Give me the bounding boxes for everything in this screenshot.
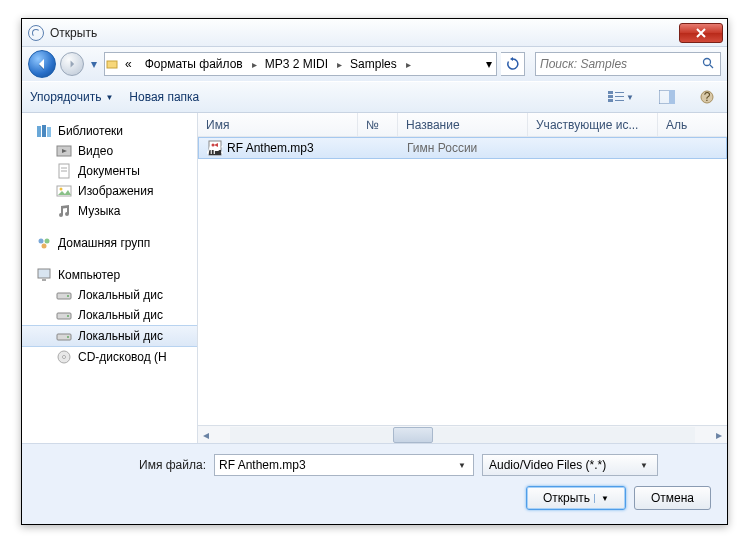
sidebar-localdisk-1[interactable]: Локальный дис [22,285,197,305]
scroll-thumb[interactable] [393,427,433,443]
sidebar-label: Локальный дис [78,308,163,322]
app-icon [28,25,44,41]
chevron-right-icon: ▸ [335,59,344,70]
close-icon [696,28,706,38]
sidebar-localdisk-3[interactable]: Локальный дис [22,325,197,347]
svg-text:?: ? [704,90,711,104]
horizontal-scrollbar[interactable]: ◂ ▸ [198,425,727,443]
sidebar-images[interactable]: Изображения [22,181,197,201]
breadcrumb-root-icon[interactable] [105,53,119,75]
filename-input[interactable] [219,458,455,472]
sidebar-documents[interactable]: Документы [22,161,197,181]
filter-label: Audio/Video Files (*.*) [489,458,637,472]
help-icon: ? [699,89,715,105]
chevron-down-icon: ▼ [626,93,634,102]
breadcrumb-bar[interactable]: « Форматы файлов ▸ MP3 2 MIDI ▸ Samples … [104,52,497,76]
col-album[interactable]: Аль [658,113,727,136]
arrow-left-icon [35,57,49,71]
window-title: Открыть [50,26,679,40]
drive-icon [56,328,72,344]
scroll-left-button[interactable]: ◂ [198,427,214,443]
help-button[interactable]: ? [695,86,719,108]
breadcrumb-dropdown[interactable]: ▾ [482,53,496,75]
computer-icon [36,267,52,283]
chevron-down-icon[interactable]: ▼ [594,494,609,503]
filename-combo[interactable]: ▼ [214,454,474,476]
music-icon [56,203,72,219]
sidebar-label: Видео [78,144,113,158]
bottom-panel: Имя файла: ▼ Audio/Video Files (*.*) ▼ О… [22,443,727,524]
file-name-cell: MP3 RF Anthem.mp3 [199,140,359,156]
sidebar-video[interactable]: Видео [22,141,197,161]
chevron-right-icon: ▸ [404,59,413,70]
refresh-button[interactable] [501,52,525,76]
col-name[interactable]: Имя [198,113,358,136]
folder-icon [105,57,118,71]
breadcrumb-chevrons[interactable]: « [119,53,139,75]
search-input[interactable] [540,57,702,71]
svg-rect-14 [42,125,46,137]
search-icon [702,57,716,72]
svg-rect-3 [608,91,613,94]
col-number[interactable]: № [358,113,398,136]
file-row[interactable]: MP3 RF Anthem.mp3 Гимн России [198,137,727,159]
organize-label: Упорядочить [30,90,101,104]
breadcrumb-seg-formats[interactable]: Форматы файлов [139,53,250,75]
navigation-pane: Библиотеки Видео Документы Изображения М… [22,113,198,443]
nav-history-dropdown[interactable]: ▾ [88,57,100,71]
images-icon [56,183,72,199]
open-label: Открыть [543,491,590,505]
sidebar-label: Локальный дис [78,288,163,302]
svg-point-28 [67,295,69,297]
nav-back-button[interactable] [28,50,56,78]
column-headers: Имя № Название Участвующие ис... Аль [198,113,727,137]
svg-rect-6 [615,92,624,93]
view-mode-button[interactable]: ▼ [603,86,639,108]
cancel-button[interactable]: Отмена [634,486,711,510]
sidebar-homegroup[interactable]: Домашняя групп [22,233,197,253]
svg-point-1 [704,58,711,65]
breadcrumb-seg-mp32midi[interactable]: MP3 2 MIDI [259,53,335,75]
svg-line-2 [710,65,713,68]
nav-forward-button[interactable] [60,52,84,76]
breadcrumb-seg-samples[interactable]: Samples [344,53,404,75]
sidebar-label: Домашняя групп [58,236,150,250]
close-button[interactable] [679,23,723,43]
sidebar-cd-drive[interactable]: CD-дисковод (H [22,347,197,367]
sidebar-libraries[interactable]: Библиотеки [22,121,197,141]
svg-rect-15 [47,127,51,137]
svg-point-21 [60,188,63,191]
title-bar: Открыть [22,19,727,47]
nav-bar: ▾ « Форматы файлов ▸ MP3 2 MIDI ▸ Sample… [22,47,727,81]
open-button[interactable]: Открыть ▼ [526,486,626,510]
sidebar-computer[interactable]: Компьютер [22,265,197,285]
file-name: RF Anthem.mp3 [227,141,314,155]
cd-icon [56,349,72,365]
svg-rect-13 [37,126,41,137]
sidebar-label: Документы [78,164,140,178]
svg-rect-7 [615,96,624,97]
chevron-right-icon: ▸ [250,59,259,70]
scroll-track[interactable] [230,427,695,443]
new-folder-button[interactable]: Новая папка [129,90,199,104]
toolbar: Упорядочить ▼ Новая папка ▼ ? [22,81,727,113]
svg-point-23 [45,239,50,244]
svg-point-24 [42,244,47,249]
sidebar-music[interactable]: Музыка [22,201,197,221]
col-title[interactable]: Название [398,113,528,136]
file-filter-combo[interactable]: Audio/Video Files (*.*) ▼ [482,454,658,476]
search-box[interactable] [535,52,721,76]
sidebar-localdisk-2[interactable]: Локальный дис [22,305,197,325]
preview-pane-button[interactable] [655,86,679,108]
organize-button[interactable]: Упорядочить ▼ [30,90,113,104]
chevron-down-icon[interactable]: ▼ [455,461,469,470]
video-icon [56,143,72,159]
svg-point-32 [67,336,69,338]
sidebar-label: Библиотеки [58,124,123,138]
file-title-cell: Гимн России [399,141,529,155]
svg-rect-0 [107,61,117,68]
col-artists[interactable]: Участвующие ис... [528,113,658,136]
svg-rect-25 [38,269,50,278]
scroll-right-button[interactable]: ▸ [711,427,727,443]
file-list-pane: Имя № Название Участвующие ис... Аль MP3… [198,113,727,443]
